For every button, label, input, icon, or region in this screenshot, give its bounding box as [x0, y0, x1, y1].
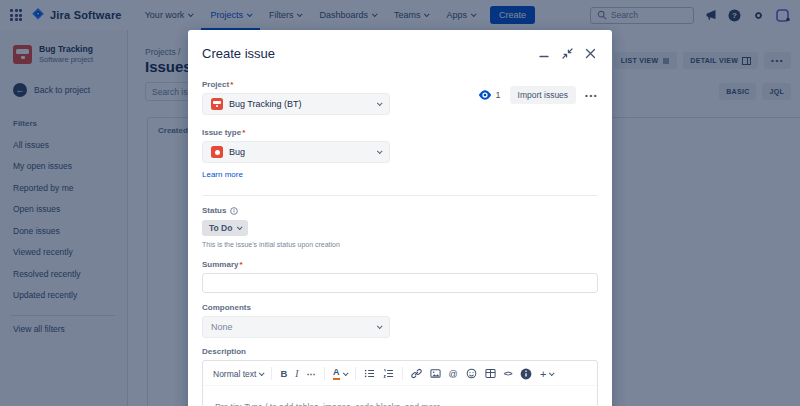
components-field-label: Components: [202, 303, 598, 312]
watchers-count: 1: [496, 90, 501, 100]
close-icon[interactable]: [585, 48, 596, 59]
code-block-button[interactable]: <>: [504, 369, 512, 378]
watchers-button[interactable]: 1: [478, 89, 501, 101]
text-style-dropdown[interactable]: Normal text: [213, 369, 263, 379]
editor-placeholder[interactable]: Pro tip: Type / to add tables, images, c…: [203, 386, 597, 406]
exit-fullscreen-icon[interactable]: [562, 48, 573, 59]
learn-more-link[interactable]: Learn more: [202, 170, 243, 179]
chevron-down-icon: [377, 323, 383, 329]
info-panel-button[interactable]: [520, 368, 532, 380]
status-dropdown-button[interactable]: To Do: [202, 220, 248, 236]
insert-table-button[interactable]: [485, 368, 496, 379]
description-field-label: Description: [202, 347, 598, 356]
bold-button[interactable]: B: [280, 368, 287, 379]
chevron-down-icon: [549, 370, 555, 376]
insert-more-button[interactable]: +: [540, 368, 553, 380]
italic-button[interactable]: I: [295, 369, 298, 379]
minimize-icon[interactable]: [539, 48, 550, 59]
numbered-list-button[interactable]: [383, 368, 394, 379]
modal-title: Create issue: [202, 46, 539, 61]
toolbar-divider: [355, 367, 356, 380]
watchers-eye-icon: [478, 89, 492, 101]
import-issues-button[interactable]: Import issues: [510, 86, 577, 104]
editor-toolbar: Normal text B I ⋯ A: [203, 361, 597, 386]
info-icon: [230, 207, 238, 215]
issue-type-select-value: Bug: [229, 147, 371, 157]
toolbar-divider: [402, 367, 403, 380]
issue-type-field-label: Issue type*: [202, 128, 598, 137]
summary-field-label: Summary*: [202, 260, 598, 269]
bullet-list-button[interactable]: [364, 368, 375, 379]
mention-button[interactable]: @: [449, 369, 458, 379]
chevron-down-icon: [259, 370, 265, 376]
modal-more-button[interactable]: •••: [585, 91, 598, 100]
chevron-down-icon: [377, 100, 383, 106]
app-window: Jira Software Your work Projects Filters…: [0, 0, 800, 406]
create-issue-modal: Create issue Project*: [188, 30, 612, 406]
toolbar-divider: [324, 367, 325, 380]
bug-tracking-project-icon: [211, 98, 223, 110]
link-button[interactable]: [411, 368, 422, 379]
text-color-button[interactable]: A: [333, 368, 347, 380]
bug-issue-type-icon: [211, 146, 223, 158]
project-field-group: Project* Bug Tracking (BT): [202, 80, 390, 115]
required-asterisk: *: [239, 260, 242, 269]
chevron-down-icon: [237, 224, 243, 230]
description-editor[interactable]: Normal text B I ⋯ A: [202, 360, 598, 406]
status-help-text: This is the issue's initial status upon …: [202, 241, 598, 248]
status-field-label: Status: [202, 206, 226, 215]
toolbar-divider: [271, 367, 272, 380]
insert-image-button[interactable]: [430, 368, 441, 379]
modal-divider: [202, 195, 598, 196]
emoji-button[interactable]: [466, 368, 477, 379]
components-select-value: None: [211, 322, 371, 332]
project-select-value: Bug Tracking (BT): [229, 99, 371, 109]
project-field-label: Project*: [202, 80, 390, 89]
chevron-down-icon: [342, 370, 348, 376]
text-format-more-button[interactable]: ⋯: [307, 369, 317, 379]
required-asterisk: *: [242, 128, 245, 137]
chevron-down-icon: [377, 148, 383, 154]
components-select[interactable]: None: [202, 316, 390, 338]
project-select[interactable]: Bug Tracking (BT): [202, 93, 390, 115]
required-asterisk: *: [230, 80, 233, 89]
issue-type-select[interactable]: Bug: [202, 141, 390, 163]
summary-input[interactable]: [202, 273, 598, 293]
